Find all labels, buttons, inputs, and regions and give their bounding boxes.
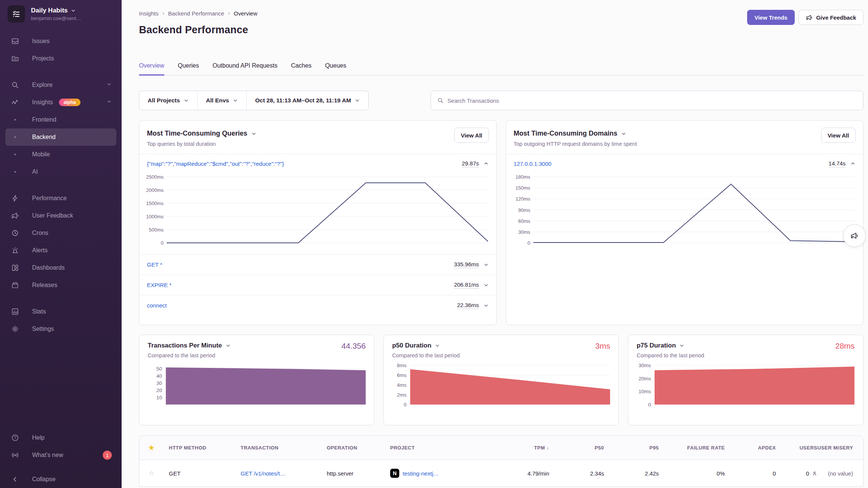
domain-total-time: 14.74s (829, 160, 846, 167)
sidebar-item-label: Explore (32, 82, 53, 88)
chevron-down-icon (71, 8, 76, 13)
sidebar-item-settings[interactable]: Settings (0, 320, 122, 338)
sidebar-item-insights[interactable]: Insights alpha (0, 94, 122, 111)
give-feedback-label: Give Feedback (816, 14, 856, 21)
sidebar-item-mobile[interactable]: Mobile (0, 146, 122, 163)
chevron-down-icon[interactable] (483, 283, 489, 288)
query-link[interactable]: connect (147, 302, 167, 309)
query-link[interactable]: GET * (147, 261, 162, 268)
column-header-users[interactable]: USERS (776, 445, 817, 451)
star-column-header[interactable]: ★ (139, 444, 164, 452)
feedback-fab[interactable] (843, 224, 866, 247)
chevron-down-icon[interactable] (483, 262, 489, 267)
sidebar-item-label: Projects (32, 55, 54, 62)
sidebar-item-issues[interactable]: Issues (0, 32, 122, 50)
sidebar-item-dashboards[interactable]: Dashboards (0, 259, 122, 276)
user-misery-cell: (no value) (817, 470, 863, 477)
tpm-cell: 4.79/min (494, 470, 549, 477)
column-header-http-method: HTTP METHOD (164, 445, 235, 451)
query-link[interactable]: EXPIRE * (147, 282, 171, 288)
sidebar-item-backend[interactable]: Backend (5, 128, 116, 146)
sidebar-item-crons[interactable]: Crons (0, 224, 122, 242)
query-link[interactable]: {"map":"?","mapReduce":"$cmd","out":"?",… (147, 161, 284, 167)
chevron-down-icon[interactable] (621, 131, 626, 136)
sidebar-item-ai[interactable]: AI (0, 163, 122, 181)
metric-card-subtitle: Compared to the last period (636, 352, 854, 358)
query-total-time: 29.87s (462, 160, 479, 167)
sidebar-item-alerts[interactable]: Alerts (0, 242, 122, 259)
clock-icon (11, 229, 20, 237)
org-switcher[interactable]: Daily Habits benjamin.coe@sent… (0, 5, 122, 23)
transaction-link[interactable]: GET /v1/notes/t… (241, 470, 286, 477)
p50-duration-card: p50 Duration 3ms Compared to the last pe… (383, 335, 619, 425)
tab-overview[interactable]: Overview (139, 62, 164, 76)
sidebar-item-label: Help (32, 434, 45, 441)
chevron-up-icon[interactable] (483, 161, 489, 166)
query-total-time: 206.81ms (454, 281, 479, 289)
column-header-apdex[interactable]: APDEX (725, 445, 776, 451)
sidebar-item-label: What's new (32, 452, 63, 459)
megaphone-icon (806, 14, 813, 21)
tab-outbound-api-requests[interactable]: Outbound API Requests (213, 62, 278, 76)
column-header-p50[interactable]: P50 (549, 445, 604, 451)
sidebar-item-label: Crons (32, 230, 48, 236)
sidebar-item-projects[interactable]: Projects (0, 50, 122, 67)
column-header-user-misery[interactable]: USER MISERY (817, 445, 863, 451)
view-trends-button[interactable]: View Trends (747, 10, 794, 25)
sidebar-item-help[interactable]: ? Help (0, 429, 122, 446)
chevron-up-icon[interactable] (850, 161, 856, 166)
date-range-filter[interactable]: Oct 28, 11:13 AM–Oct 28, 11:19 AM (246, 91, 368, 110)
chevron-down-icon (107, 82, 112, 87)
chevron-left-icon (11, 475, 20, 483)
breadcrumb-insights[interactable]: Insights (139, 10, 159, 17)
environment-filter[interactable]: All Envs (197, 91, 246, 110)
sidebar-item-frontend[interactable]: Frontend (0, 111, 122, 128)
chevron-down-icon[interactable] (225, 343, 231, 348)
sidebar-item-releases[interactable]: Releases (0, 276, 122, 294)
chevron-down-icon[interactable] (251, 131, 256, 136)
view-all-domains-button[interactable]: View All (821, 128, 856, 143)
star-toggle[interactable]: ☆ (139, 469, 164, 477)
issues-icon (11, 37, 20, 45)
panel-subtitle: Top queries by total duration (147, 141, 489, 147)
column-header-tpm[interactable]: TPM ↓ (494, 445, 549, 451)
sidebar-item-label: Collapse (32, 476, 56, 483)
sidebar-item-label: Backend (32, 134, 56, 141)
view-all-queries-button[interactable]: View All (454, 128, 489, 143)
sidebar-item-label: Dashboards (32, 264, 65, 271)
y-axis-ticks: 180ms150ms120ms90ms60ms30ms0 (506, 177, 533, 243)
query-total-time: 335.96ms (454, 261, 479, 268)
org-name: Daily Habits (31, 7, 68, 14)
p75-chart: 30ms20ms10ms0 (636, 365, 854, 405)
project-filter-label: All Projects (148, 97, 180, 104)
chevron-down-icon[interactable] (435, 343, 440, 348)
search-input[interactable] (448, 97, 857, 104)
column-header-failure-rate[interactable]: FAILURE RATE (659, 445, 725, 451)
breadcrumb-separator: › (228, 10, 230, 17)
sidebar-item-whats-new[interactable]: What's new 1 (0, 446, 122, 464)
query-row: EXPIRE * 206.81ms (139, 275, 496, 295)
sidebar-item-user-feedback[interactable]: User Feedback (0, 207, 122, 224)
sidebar-item-performance[interactable]: Performance (0, 190, 122, 207)
tab-queues[interactable]: Queues (325, 62, 346, 76)
sidebar-item-label: Insights (32, 99, 53, 106)
chevron-down-icon[interactable] (483, 303, 489, 308)
domain-link[interactable]: 127.0.0.1:3000 (514, 161, 551, 167)
tab-queries[interactable]: Queries (178, 62, 199, 76)
column-header-p95[interactable]: P95 (604, 445, 659, 451)
sidebar-item-stats[interactable]: Stats (0, 303, 122, 320)
whats-new-count-badge: 1 (103, 451, 112, 460)
sort-desc-icon: ↓ (547, 445, 549, 451)
project-filter[interactable]: All Projects (139, 91, 197, 110)
chevron-down-icon (184, 98, 189, 103)
tab-caches[interactable]: Caches (291, 62, 311, 76)
breadcrumb-backend-performance[interactable]: Backend Performance (168, 10, 224, 17)
sidebar-item-collapse[interactable]: Collapse (0, 471, 122, 488)
panel-title: Most Time-Consuming Queries (147, 130, 247, 137)
project-link[interactable]: testing-nextj… (403, 470, 439, 477)
chevron-down-icon[interactable] (679, 343, 684, 348)
sidebar-item-explore[interactable]: Explore (0, 76, 122, 94)
alpha-badge: alpha (59, 99, 80, 106)
give-feedback-button[interactable]: Give Feedback (798, 10, 863, 25)
domains-duration-chart: 180ms150ms120ms90ms60ms30ms0 (506, 177, 855, 243)
